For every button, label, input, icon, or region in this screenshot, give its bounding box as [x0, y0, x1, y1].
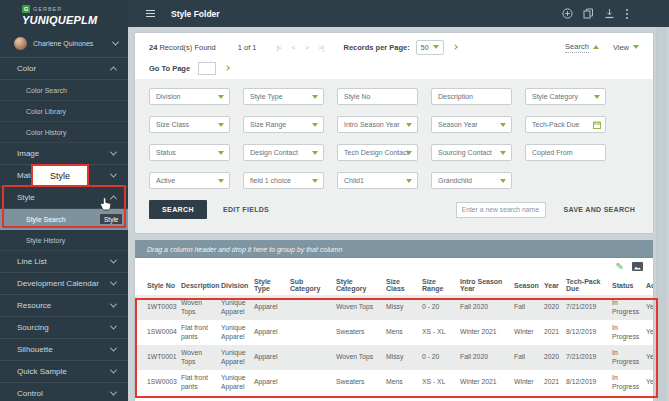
go-to-page-input[interactable] — [198, 62, 216, 75]
style-type-select[interactable]: Style Type — [243, 88, 324, 105]
records-toolbar: 24 Record(s) Found 1 of 1 |< < > >| Reco… — [135, 33, 653, 57]
plus-circle-icon[interactable] — [562, 8, 573, 19]
sidebar-item-color[interactable]: Color — [0, 58, 128, 80]
dropdown-arrow-icon — [312, 179, 318, 183]
style-no-input[interactable]: Style No — [337, 88, 418, 105]
column-header-style-no[interactable]: Style No — [147, 282, 181, 289]
sidebar-item-resource[interactable]: Resource — [0, 295, 128, 317]
size-range-select[interactable]: Size Range — [243, 116, 324, 133]
download-icon[interactable] — [604, 8, 615, 19]
column-header-division[interactable]: Division — [221, 282, 254, 289]
dropdown-arrow-icon — [500, 151, 506, 155]
edit-fields-button[interactable]: EDIT FIELDS — [223, 206, 269, 213]
table-cell: Fall — [514, 353, 544, 361]
kebab-menu-icon[interactable] — [625, 8, 629, 20]
records-found-label: Record(s) Found — [157, 43, 215, 52]
chevron-down-icon — [110, 171, 117, 178]
sidebar-item-control[interactable]: Control — [0, 383, 128, 401]
sidebar-item-development-calendar[interactable]: Development Calendar — [0, 273, 128, 295]
table-row[interactable]: 1WT0001Woven TopsYunique ApparelApparelW… — [135, 345, 653, 370]
active-select[interactable]: Active — [149, 172, 230, 189]
apply-page-size-arrow-icon[interactable] — [452, 44, 458, 50]
image-export-icon[interactable] — [632, 262, 643, 271]
column-header-tech-pack-due[interactable]: Tech-Pack Due — [566, 278, 612, 292]
sidebar-item-quick-sample[interactable]: Quick Sample — [0, 361, 128, 383]
sidebar-item-color-history[interactable]: Color History — [0, 122, 128, 143]
search-panel: 24 Record(s) Found 1 of 1 |< < > >| Reco… — [135, 33, 653, 233]
status-select[interactable]: Status — [149, 144, 230, 161]
description-input[interactable]: Description — [431, 88, 512, 105]
sourcing-contact-select[interactable]: Sourcing Contact — [431, 144, 512, 161]
search-section-toggle[interactable]: Search — [565, 42, 599, 53]
season-year-select[interactable]: Season Year — [431, 116, 512, 133]
field-1-choice-select[interactable]: field 1 choice — [243, 172, 324, 189]
child1-select[interactable]: Child1 — [337, 172, 418, 189]
dropdown-arrow-icon — [312, 95, 318, 99]
table-cell: Mens — [386, 328, 422, 336]
save-and-search-button[interactable]: SAVE AND SEARCH — [564, 206, 635, 213]
user-menu[interactable]: Charlene Quinones — [0, 30, 128, 58]
prev-page-button[interactable]: < — [291, 44, 295, 51]
column-header-status[interactable]: Status — [612, 282, 646, 289]
division-select[interactable]: Division — [149, 88, 230, 105]
dropdown-arrow-icon — [500, 179, 506, 183]
chevron-down-icon — [110, 389, 117, 396]
last-page-button[interactable]: >| — [319, 44, 324, 51]
table-cell: 2021 — [544, 378, 566, 386]
chevron-down-icon — [110, 345, 117, 352]
tech-pack-due-date-field[interactable]: Tech-Pack Due — [525, 116, 606, 133]
edit-pencil-icon[interactable]: ✎ — [616, 262, 624, 272]
table-body: 1WT0003Woven TopsYunique ApparelApparelW… — [135, 295, 653, 395]
next-page-button[interactable]: > — [305, 44, 309, 51]
sidebar-item-line-list[interactable]: Line List — [0, 251, 128, 273]
sidebar-item-color-library[interactable]: Color Library — [0, 101, 128, 122]
dropdown-arrow-icon — [433, 45, 439, 49]
column-header-description[interactable]: Description — [181, 282, 221, 289]
sidebar-item-sourcing[interactable]: Sourcing — [0, 317, 128, 339]
table-cell: Fall — [514, 303, 544, 311]
column-header-season[interactable]: Season — [514, 282, 544, 289]
table-cell: 1WT0001 — [147, 353, 181, 361]
table-cell: Yunique Apparel — [221, 374, 254, 391]
group-by-drop-zone[interactable]: Drag a column header and drop it here to… — [135, 240, 653, 258]
column-header-active[interactable]: Active — [646, 282, 653, 289]
copy-icon[interactable] — [583, 8, 594, 19]
chevron-down-icon — [110, 301, 117, 308]
view-section-toggle[interactable]: View — [613, 43, 639, 52]
tech-design-contact-select[interactable]: Tech Design Contact — [337, 144, 418, 161]
table-cell: Woven Tops — [336, 303, 386, 311]
size-class-select[interactable]: Size Class — [149, 116, 230, 133]
table-row[interactable]: 1SW0004Flat front pantsYunique ApparelAp… — [135, 320, 653, 345]
hamburger-menu-icon[interactable] — [146, 8, 155, 19]
column-header-sub-category[interactable]: Sub Category — [290, 278, 336, 292]
chevron-down-icon — [110, 323, 117, 330]
copied-from-input[interactable]: Copied From — [525, 144, 606, 161]
records-per-page-select[interactable]: 50 — [416, 40, 444, 55]
grandchild-select[interactable]: Grandchild — [431, 172, 512, 189]
chevron-down-icon — [110, 367, 117, 374]
column-header-size-class[interactable]: Size Class — [386, 278, 422, 292]
search-button[interactable]: SEARCH — [149, 200, 207, 219]
column-header-year[interactable]: Year — [544, 282, 566, 289]
dropdown-arrow-icon — [218, 95, 224, 99]
column-header-size-range[interactable]: Size Range — [422, 278, 460, 292]
design-contact-select[interactable]: Design Contact — [243, 144, 324, 161]
column-header-intro-season-year[interactable]: Intro Season Year — [460, 278, 514, 292]
table-row[interactable]: 1WT0003Woven TopsYunique ApparelApparelW… — [135, 295, 653, 320]
table-cell: Winter 2021 — [460, 378, 514, 386]
style-category-select[interactable]: Style Category — [525, 88, 606, 105]
intro-season-year-select[interactable]: Intro Season Year — [337, 116, 418, 133]
sidebar-item-silhouette[interactable]: Silhouette — [0, 339, 128, 361]
sidebar-item-style[interactable]: Style — [0, 187, 128, 209]
column-header-style-type[interactable]: Style Type — [254, 278, 290, 292]
search-name-input[interactable] — [456, 202, 546, 218]
table-cell: 0 - 20 — [422, 353, 460, 361]
sidebar-item-color-search[interactable]: Color Search — [0, 80, 128, 101]
sidebar-item-image[interactable]: Image — [0, 143, 128, 165]
sidebar-item-style-history[interactable]: Style History — [0, 230, 128, 251]
go-to-page-arrow-icon[interactable] — [224, 65, 230, 71]
first-page-button[interactable]: |< — [276, 44, 281, 51]
column-header-style-category[interactable]: Style Category — [336, 278, 386, 292]
table-row[interactable]: 1SW0003Flat front pantsYunique ApparelAp… — [135, 370, 653, 395]
vertical-scrollbar[interactable] — [656, 27, 667, 401]
